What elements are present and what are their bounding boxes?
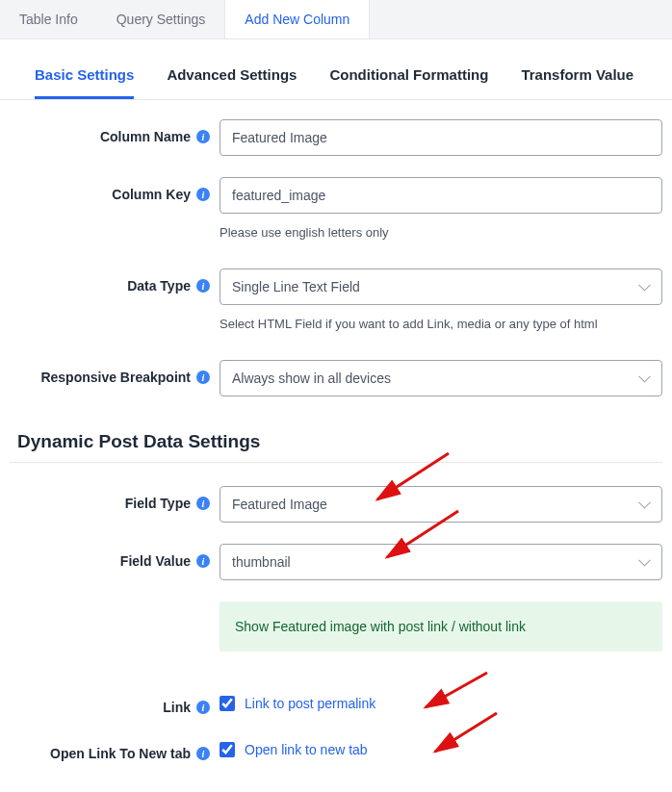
breakpoint-label: Responsive Breakpoint <box>40 370 191 385</box>
info-icon[interactable]: i <box>196 747 210 760</box>
column-name-label: Column Name <box>100 129 191 144</box>
subtab-transform-value[interactable]: Transform Value <box>521 66 633 99</box>
tab-add-new-column[interactable]: Add New Column <box>224 0 370 38</box>
column-key-hint: Please use english letters only <box>220 225 662 240</box>
form-area: Column Name i Column Key i Please use en… <box>0 100 672 792</box>
field-type-select[interactable]: Featured Image <box>220 486 662 523</box>
sub-tabs: Basic Settings Advanced Settings Conditi… <box>0 39 672 100</box>
link-checkbox[interactable] <box>220 696 235 711</box>
subtab-conditional-formatting[interactable]: Conditional Formatting <box>329 66 488 99</box>
column-key-input[interactable] <box>220 177 662 214</box>
field-value-label: Field Value <box>120 553 191 569</box>
field-type-label: Field Type <box>125 496 191 511</box>
info-icon[interactable]: i <box>196 497 210 510</box>
info-banner: Show Featured image with post link / wit… <box>220 601 662 651</box>
info-icon[interactable]: i <box>196 279 210 293</box>
breakpoint-select[interactable]: Always show in all devices <box>220 360 662 396</box>
column-key-label: Column Key <box>112 187 191 202</box>
tab-table-info[interactable]: Table Info <box>0 0 97 38</box>
tab-query-settings[interactable]: Query Settings <box>97 0 225 38</box>
subtab-basic-settings[interactable]: Basic Settings <box>35 66 134 99</box>
new-tab-checkbox[interactable] <box>220 742 235 757</box>
info-icon[interactable]: i <box>196 188 210 201</box>
link-label: Link <box>163 700 191 715</box>
column-name-input[interactable] <box>220 119 662 156</box>
new-tab-checkbox-label: Open link to new tab <box>245 742 368 757</box>
subtab-advanced-settings[interactable]: Advanced Settings <box>167 66 297 99</box>
dynamic-section-title: Dynamic Post Data Settings <box>10 418 662 463</box>
link-checkbox-label: Link to post permalink <box>245 696 375 711</box>
data-type-label: Data Type <box>127 278 191 294</box>
top-tabs: Table Info Query Settings Add New Column <box>0 0 672 39</box>
data-type-select[interactable]: Single Line Text Field <box>220 268 662 305</box>
info-icon[interactable]: i <box>196 130 210 143</box>
info-icon[interactable]: i <box>196 701 210 714</box>
info-icon[interactable]: i <box>196 370 210 384</box>
field-value-select[interactable]: thumbnail <box>220 544 662 580</box>
data-type-hint: Select HTML Field if you want to add Lin… <box>220 317 662 331</box>
new-tab-label: Open Link To New tab <box>50 746 191 761</box>
info-icon[interactable]: i <box>196 554 210 568</box>
